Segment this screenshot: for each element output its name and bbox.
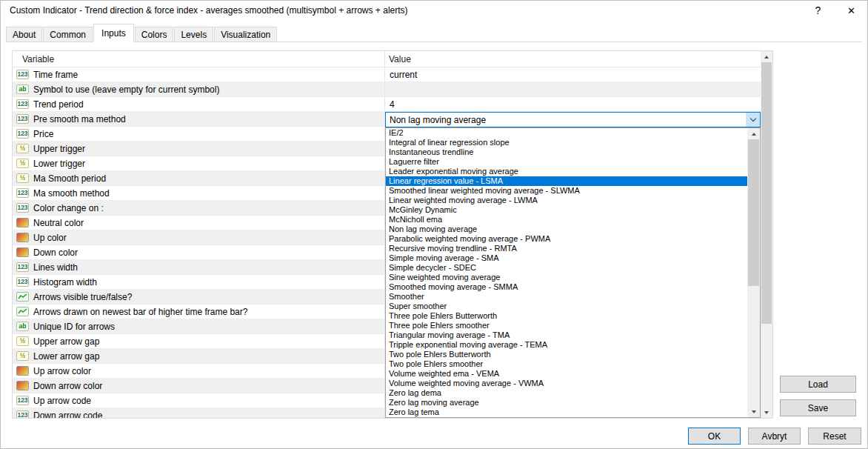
dropdown-item[interactable]: Zero lag dema	[386, 388, 747, 398]
value-text: current	[390, 70, 417, 80]
dropdown-item[interactable]: Parabolic weighted moving average - PWMA	[386, 234, 747, 244]
variable-cell: 123Price	[13, 127, 385, 141]
dropdown-item[interactable]: Two pole Ehlers Butterworth	[386, 350, 747, 359]
table-scrollbar[interactable]	[761, 51, 772, 418]
variable-name: Arrows visible true/false?	[33, 292, 132, 302]
variable-cell: ½Upper arrow gap	[13, 334, 385, 348]
variable-cell: Down arrow color	[13, 379, 385, 393]
value-cell[interactable]: current	[385, 67, 761, 82]
dropdown-item[interactable]: Laguerre filter	[386, 157, 747, 167]
close-button[interactable]: ✕	[835, 0, 868, 21]
dropdown-item[interactable]: Two pole Ehlers smoother	[386, 359, 747, 369]
table-scroll-track[interactable]	[761, 62, 772, 407]
dropdown-scroll-down-button[interactable]	[747, 406, 760, 417]
dbl-param-icon: ½	[16, 336, 29, 346]
variable-cell: ½Ma Smooth period	[13, 171, 385, 185]
dropdown-item[interactable]: Super smoother	[386, 302, 747, 311]
column-header-value: Value	[385, 51, 761, 67]
dropdown-item[interactable]: Simple decycler - SDEC	[386, 263, 747, 273]
dropdown-scroll-thumb[interactable]	[748, 139, 759, 286]
window-title: Custom Indicator - Trend direction & for…	[10, 5, 408, 16]
dropdown-item[interactable]: Smoother	[386, 292, 747, 302]
variable-name: Ma smooth method	[33, 188, 110, 199]
dropdown-scroll-up-button[interactable]	[747, 128, 760, 139]
table-header: Variable Value	[13, 51, 761, 67]
variable-name: Upper arrow gap	[33, 336, 99, 347]
variable-name: Lower trigger	[33, 159, 85, 169]
variable-cell: 123Lines width	[13, 260, 385, 274]
dropdown-item[interactable]: Smoothed linear weighted moving average …	[386, 186, 747, 196]
variable-name: Ma Smooth period	[33, 173, 106, 184]
variable-name: Trend period	[33, 99, 84, 110]
dropdown-item[interactable]: Triangular moving average - TMA	[386, 330, 747, 340]
tab-inputs[interactable]: Inputs	[93, 24, 134, 42]
dropdown-item[interactable]: Three pole Ehlers Butterworth	[386, 311, 747, 321]
tab-levels[interactable]: Levels	[174, 27, 213, 42]
column-header-variable: Variable	[13, 51, 385, 67]
int-param-icon: 123	[16, 396, 29, 405]
int-param-icon: 123	[16, 129, 29, 139]
value-text: 4	[390, 99, 395, 110]
tab-visualization[interactable]: Visualization	[214, 27, 277, 42]
dropdown-item[interactable]: Three pole Ehlers smoother	[386, 321, 747, 330]
variable-name: Down arrow color	[33, 381, 102, 391]
combobox-dropdown-button[interactable]	[746, 113, 760, 127]
variable-cell: Down color	[13, 245, 385, 259]
chevron-down-icon	[750, 116, 755, 122]
int-param-icon: 123	[16, 114, 29, 124]
dropdown-item[interactable]: Zero lag tema	[386, 408, 747, 417]
table-row[interactable]: abSymbol to use (leave empty for current…	[13, 82, 761, 97]
ok-button[interactable]: OK	[688, 428, 741, 445]
variable-name: Pre smooth ma method	[33, 114, 126, 124]
dropdown-item[interactable]: Sine weighted moving average	[386, 273, 747, 282]
tab-about[interactable]: About	[6, 27, 42, 42]
load-button[interactable]: Load	[780, 376, 856, 393]
variable-name: Lines width	[33, 262, 78, 273]
dropdown-item[interactable]: Simple moving average - SMA	[386, 253, 747, 263]
table-scroll-up-button[interactable]	[761, 51, 772, 62]
table-row[interactable]: 123Trend period4	[13, 97, 761, 112]
tab-colors[interactable]: Colors	[135, 27, 174, 42]
value-cell[interactable]	[385, 82, 761, 96]
variable-cell: ½Lower arrow gap	[13, 349, 385, 363]
int-param-icon: 123	[16, 70, 29, 79]
tab-common[interactable]: Common	[43, 27, 93, 42]
variable-cell: Arrows drawn on newest bar of higher tim…	[13, 305, 385, 319]
variable-cell: Arrows visible true/false?	[13, 290, 385, 304]
save-button[interactable]: Save	[780, 399, 856, 416]
variable-name: Symbol to use (leave empty for current s…	[33, 84, 219, 95]
dropdown-scrollbar[interactable]	[747, 128, 760, 417]
dropdown-item[interactable]: Zero lag moving average	[386, 398, 747, 408]
variable-name: Neutral color	[33, 218, 84, 228]
dropdown-item[interactable]: Volume weighted ema - VEMA	[386, 369, 747, 379]
dbl-param-icon: ½	[16, 159, 29, 168]
dbl-param-icon: ½	[16, 144, 29, 153]
dropdown-item[interactable]: Non lag moving average	[386, 224, 747, 234]
dropdown-item[interactable]: Volume weighted moving average - VWMA	[386, 379, 747, 388]
variable-name: Upper trigger	[33, 144, 85, 154]
dropdown-item[interactable]: Linear weighted moving average - LWMA	[386, 196, 747, 205]
dropdown-item[interactable]: Tripple exponential moving average - TEM…	[386, 340, 747, 350]
dropdown-item[interactable]: Recursive moving trendline - RMTA	[386, 244, 747, 253]
dropdown-item[interactable]: McGinley Dynamic	[386, 205, 747, 215]
table-row[interactable]: 123Time framecurrent	[13, 67, 761, 82]
dropdown-scroll-track[interactable]	[747, 139, 760, 406]
dropdown-item[interactable]: Linear regression value - LSMA	[386, 176, 747, 186]
str-param-icon: ab	[16, 322, 29, 331]
dropdown-item[interactable]: Leader exponential moving average	[386, 167, 747, 176]
dropdown-item[interactable]: Instantaneous trendline	[386, 147, 747, 157]
table-scroll-thumb[interactable]	[761, 62, 772, 324]
arrow-down-icon	[764, 411, 769, 414]
dropdown-item[interactable]: McNicholl ema	[386, 215, 747, 224]
table-scroll-down-button[interactable]	[761, 407, 772, 418]
dropdown-item[interactable]: IE/2	[386, 128, 747, 138]
variable-name: Lower arrow gap	[33, 351, 99, 362]
help-button[interactable]: ?	[801, 0, 835, 21]
cancel-button[interactable]: Avbryt	[748, 428, 801, 445]
dropdown-item[interactable]: Smoothed moving average - SMMA	[386, 282, 747, 292]
pre-smooth-ma-method-combobox[interactable]: Non lag moving average	[385, 112, 761, 127]
reset-button[interactable]: Reset	[808, 428, 861, 445]
value-cell[interactable]: 4	[385, 97, 761, 111]
tab-bar: AboutCommonInputsColorsLevelsVisualizati…	[6, 24, 278, 42]
dropdown-item[interactable]: Integral of linear regression slope	[386, 138, 747, 147]
